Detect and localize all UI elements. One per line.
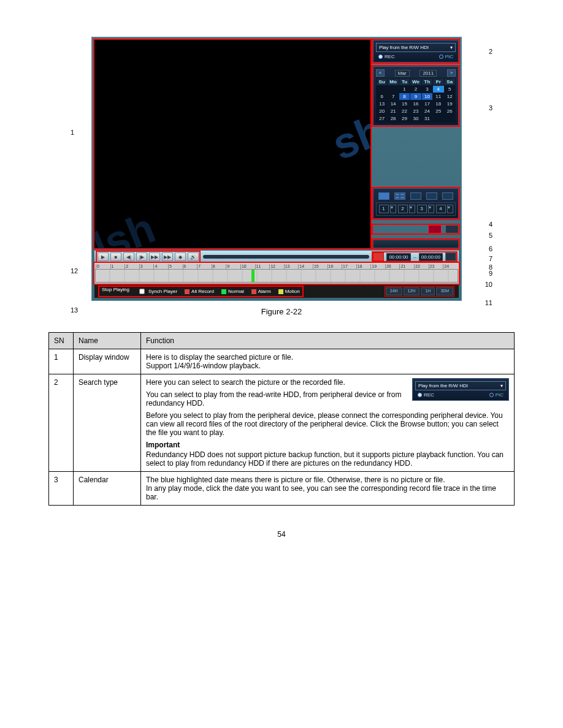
callout-9: 9 xyxy=(489,270,492,277)
channel-1[interactable]: 1 xyxy=(379,205,389,213)
fast-button[interactable]: ▶▶ xyxy=(162,252,173,261)
timeline-marker xyxy=(251,270,255,282)
channel-select: 1 2 3 4 xyxy=(376,202,456,216)
cell-function: Play from the R/W HDI▾ REC PIC Here you … xyxy=(141,374,515,472)
layout-1-icon[interactable] xyxy=(378,192,389,200)
layout-4-icon[interactable] xyxy=(394,192,405,200)
callout-4: 4 xyxy=(489,221,492,228)
clip-start-time: 00:00:00 xyxy=(386,253,410,261)
next-month-button[interactable]: > xyxy=(447,69,456,77)
layout-16-icon[interactable] xyxy=(426,192,437,200)
time-clip-panel: 00:00:00 -- 00:00:00 xyxy=(373,252,456,261)
callout-6: 6 xyxy=(489,245,492,252)
watermark: alsh xyxy=(94,203,162,248)
unit-12h[interactable]: 12H xyxy=(404,287,420,295)
th-name: Name xyxy=(74,333,141,349)
play-button[interactable]: ▶ xyxy=(98,252,109,261)
search-type-panel: Play from the R/W HDI ▾ REC PIC xyxy=(373,40,459,63)
year-select[interactable]: 2011 xyxy=(419,70,437,77)
channel-2-dropdown[interactable] xyxy=(409,205,415,213)
playback-window: shive.c alsh Play from the R/W HDI ▾ REC… xyxy=(91,37,462,301)
callout-2: 2 xyxy=(489,48,492,55)
playback-controls-bar: ▶ ■ ◀| |▶ ▶▶ ▶▶ ◆ 🔊 00:00:00 -- 0 xyxy=(94,251,459,263)
prev-month-button[interactable]: < xyxy=(376,69,385,77)
callout-11: 11 xyxy=(485,299,492,306)
cell-function: The blue highlighted date means there is… xyxy=(141,472,515,506)
pic-radio[interactable]: PIC xyxy=(439,54,453,59)
volume-button[interactable]: 🔊 xyxy=(188,252,199,261)
clip-end-time: 00:00:00 xyxy=(419,253,443,261)
card-usb-panel xyxy=(373,225,459,233)
stop-button[interactable]: ■ xyxy=(110,252,121,261)
callout-10: 10 xyxy=(485,281,492,288)
page-number: 54 xyxy=(37,530,526,539)
time-unit-buttons: 24H 12H 1H 30M xyxy=(385,287,454,296)
usb-button[interactable] xyxy=(445,225,459,233)
layout-channel-panel: 1 2 3 4 xyxy=(373,188,459,219)
status-text: Stop Playing xyxy=(102,287,129,296)
channel-2[interactable]: 2 xyxy=(398,205,408,213)
timeline[interactable]: 0123456789101112131415161718192021222324 xyxy=(94,263,459,284)
chevron-down-icon: ▾ xyxy=(450,45,453,50)
play-source-select[interactable]: Play from the R/W HDI ▾ xyxy=(376,43,456,52)
unit-1h[interactable]: 1H xyxy=(421,287,435,295)
table-row: 1 Display window Here is to display the … xyxy=(49,349,515,374)
callout-7: 7 xyxy=(489,255,492,262)
table-row: 2 Search type Play from the R/W HDI▾ REC… xyxy=(49,374,515,472)
description-table: SN Name Function 1 Display window Here i… xyxy=(48,332,515,506)
channel-3-dropdown[interactable] xyxy=(428,205,434,213)
th-sn: SN xyxy=(49,333,74,349)
calendar-grid[interactable]: Su Mo Tu We Th Fr Sa 12345 6789101112 13… xyxy=(376,78,456,123)
layout-9-icon[interactable] xyxy=(410,192,421,200)
mark-file-list-button[interactable] xyxy=(373,240,459,248)
display-window[interactable]: shive.c alsh xyxy=(94,40,370,248)
clip-button[interactable] xyxy=(373,252,384,261)
channel-4-dropdown[interactable] xyxy=(447,205,453,213)
cell-function: Here is to display the searched picture … xyxy=(141,349,515,374)
channel-3[interactable]: 3 xyxy=(417,205,427,213)
figure-caption: Figure 2-22 xyxy=(37,307,526,316)
progress-bar[interactable] xyxy=(203,255,369,259)
callout-5: 5 xyxy=(489,232,492,239)
sync-checkbox[interactable] xyxy=(139,289,145,294)
search-type-inline-image: Play from the R/W HDI▾ REC PIC xyxy=(412,378,509,401)
prev-frame-button[interactable]: ◀| xyxy=(123,252,134,261)
callout-1: 1 xyxy=(71,129,74,136)
channel-4[interactable]: 4 xyxy=(436,205,446,213)
callout-13: 13 xyxy=(71,306,78,314)
unit-30m[interactable]: 30M xyxy=(436,287,453,295)
slow-button[interactable]: ▶▶ xyxy=(149,252,160,261)
save-clip-button[interactable] xyxy=(445,252,456,261)
th-function: Function xyxy=(141,333,515,349)
callout-12: 12 xyxy=(71,267,78,275)
card-button[interactable] xyxy=(428,225,442,233)
smart-search-button[interactable]: ◆ xyxy=(175,252,186,261)
unit-24h[interactable]: 24H xyxy=(386,287,402,295)
calendar-panel: < Mar 2011 > Su Mo Tu We Th xyxy=(373,66,459,126)
fullscreen-icon[interactable] xyxy=(442,192,453,200)
channel-1-dropdown[interactable] xyxy=(390,205,396,213)
rec-radio[interactable]: REC xyxy=(378,54,395,59)
month-select[interactable]: Mar xyxy=(395,70,410,77)
watermark: shive.c xyxy=(325,69,370,169)
status-legend-bar: Stop Playing Synch Player All Record Nor… xyxy=(94,285,459,298)
table-row: 3 Calendar The blue highlighted date mea… xyxy=(49,472,515,506)
next-frame-button[interactable]: |▶ xyxy=(136,252,147,261)
play-source-label: Play from the R/W HDI xyxy=(379,45,429,50)
callout-3: 3 xyxy=(489,104,492,112)
